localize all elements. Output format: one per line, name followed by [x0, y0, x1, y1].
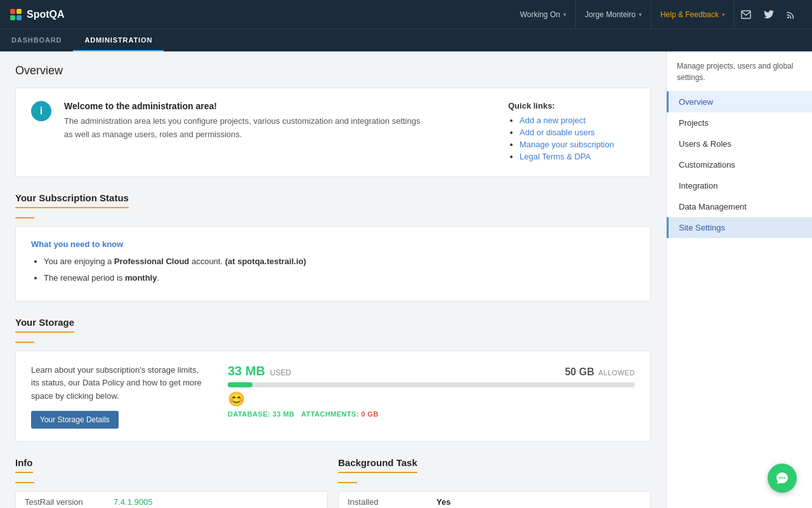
page-title: Overview — [15, 64, 651, 77]
info-section-title: Info — [15, 457, 33, 473]
list-item: The renewal period is monthly. — [44, 272, 635, 285]
svg-point-1 — [787, 17, 789, 18]
sidebar-item-projects[interactable]: Projects — [667, 112, 812, 133]
mail-icon-button[interactable] — [735, 0, 757, 29]
info-box: TestRail version 7.4.1.9005 Built on 3/7… — [15, 491, 328, 508]
info-value: 7.4.1.9005 — [105, 491, 327, 508]
section-divider — [15, 482, 34, 483]
quick-links-list: Add a new project Add or disable users M… — [508, 116, 635, 161]
subscription-box-title: What you need to know — [31, 239, 635, 249]
list-item: You are enjoying a Professional Cloud ac… — [44, 255, 635, 269]
sidebar-description: Manage projects, users and global settin… — [667, 51, 812, 91]
info-table: TestRail version 7.4.1.9005 Built on 3/7… — [16, 491, 327, 508]
sidebar-item-data-management[interactable]: Data Management — [667, 196, 812, 217]
subnav-administration[interactable]: ADMINISTRATION — [73, 29, 164, 51]
svg-point-4 — [783, 477, 785, 478]
quick-links-title: Quick links: — [508, 101, 635, 110]
storage-right: 33 MB USED 50 GB ALLOWED 😊 DATABASE: — [228, 364, 635, 418]
storage-emoji: 😊 — [228, 391, 635, 408]
bg-task-box: Installed Yes Status Idle (not locked, 0… — [338, 491, 651, 508]
working-on-button[interactable]: Working On ▾ — [511, 0, 576, 29]
section-divider — [15, 342, 34, 343]
sidebar-item-users-roles[interactable]: Users & Roles — [667, 133, 812, 154]
chevron-down-icon: ▾ — [722, 11, 725, 18]
right-sidebar: Manage projects, users and global settin… — [666, 51, 812, 508]
subnav-dashboard[interactable]: DASHBOARD — [0, 29, 73, 51]
bg-task-label: Installed — [339, 491, 428, 508]
info-label: TestRail version — [16, 491, 105, 508]
section-divider — [338, 482, 357, 483]
logo-grid-icon — [10, 9, 22, 20]
storage-detail: DATABASE: 33 MB ATTACHMENTS: 0 GB — [228, 410, 635, 418]
main-content: Overview i Welcome to the administration… — [0, 51, 666, 508]
storage-bar — [228, 382, 635, 387]
info-section: Info TestRail version 7.4.1.9005 Built o… — [15, 457, 328, 508]
sidebar-item-integration[interactable]: Integration — [667, 175, 812, 196]
quick-links: Quick links: Add a new project Add or di… — [508, 101, 635, 164]
storage-left: Learn about your subscription's storage … — [31, 364, 209, 429]
welcome-content: Welcome to the administration area! The … — [64, 101, 495, 164]
section-divider — [15, 217, 34, 218]
storage-box: Learn about your subscription's storage … — [15, 351, 651, 442]
subscription-section-title: Your Subscription Status — [15, 192, 129, 208]
app-name: SpotQA — [27, 9, 65, 20]
list-item: Add or disable users — [520, 128, 635, 137]
logo[interactable]: SpotQA — [10, 9, 65, 20]
rss-icon-button[interactable] — [780, 0, 802, 29]
storage-details-button[interactable]: Your Storage Details — [31, 411, 119, 429]
sidebar-item-overview[interactable]: Overview — [667, 91, 812, 112]
subnav: DASHBOARD ADMINISTRATION — [0, 29, 812, 51]
help-feedback-button[interactable]: Help & Feedback ▾ — [652, 0, 735, 29]
background-task-section: Background Task Installed Yes Status Idl… — [338, 457, 651, 508]
quick-link-legal[interactable]: Legal Terms & DPA — [520, 152, 591, 161]
quick-link-users[interactable]: Add or disable users — [520, 128, 595, 137]
info-bg-row: Info TestRail version 7.4.1.9005 Built o… — [15, 457, 651, 508]
topnav: SpotQA Working On ▾ Jorge Monteiro ▾ Hel… — [0, 0, 812, 29]
storage-allowed-value: 50 GB — [565, 366, 594, 377]
chevron-down-icon: ▾ — [563, 11, 566, 18]
welcome-desc: The administration area lets you configu… — [64, 115, 495, 142]
list-item: Add a new project — [520, 116, 635, 125]
info-icon: i — [31, 101, 51, 121]
subscription-list: You are enjoying a Professional Cloud ac… — [31, 255, 635, 285]
twitter-icon-button[interactable] — [757, 0, 780, 29]
storage-section: Your Storage Learn about your subscripti… — [15, 317, 651, 442]
bg-task-value: Yes — [428, 491, 650, 508]
sidebar-item-customizations[interactable]: Customizations — [667, 154, 812, 175]
list-item: Manage your subscription — [520, 140, 635, 149]
storage-allowed-area: 50 GB ALLOWED — [565, 366, 635, 378]
storage-used-area: 33 MB USED — [228, 364, 291, 378]
svg-rect-0 — [742, 11, 750, 18]
storage-bar-fill — [228, 382, 252, 387]
welcome-title: Welcome to the administration area! — [64, 101, 495, 111]
quick-link-new-project[interactable]: Add a new project — [520, 116, 586, 125]
table-row: Installed Yes — [339, 491, 650, 508]
svg-point-3 — [782, 477, 783, 478]
storage-section-title: Your Storage — [15, 317, 74, 333]
page-layout: Overview i Welcome to the administration… — [0, 51, 812, 508]
storage-used-value: 33 MB — [228, 364, 265, 378]
storage-attach-value: 0 GB — [361, 410, 378, 418]
sidebar-item-site-settings[interactable]: Site Settings — [667, 217, 812, 238]
welcome-box: i Welcome to the administration area! Th… — [15, 88, 651, 177]
chat-fab-button[interactable] — [768, 464, 797, 493]
chevron-down-icon: ▾ — [639, 11, 642, 18]
user-menu-button[interactable]: Jorge Monteiro ▾ — [576, 0, 652, 29]
testrail-version-link[interactable]: 7.4.1.9005 — [114, 497, 152, 507]
table-row: TestRail version 7.4.1.9005 — [16, 491, 327, 508]
storage-used-label: USED — [270, 368, 291, 377]
list-item: Legal Terms & DPA — [520, 152, 635, 161]
storage-allowed-label: ALLOWED — [598, 369, 635, 377]
subscription-box: What you need to know You are enjoying a… — [15, 226, 651, 302]
storage-db-value: 33 MB — [273, 410, 295, 418]
svg-point-2 — [779, 477, 780, 478]
storage-description: Learn about your subscription's storage … — [31, 364, 209, 403]
subscription-section: Your Subscription Status What you need t… — [15, 192, 651, 302]
storage-numbers: 33 MB USED 50 GB ALLOWED — [228, 364, 635, 378]
quick-link-subscription[interactable]: Manage your subscription — [520, 140, 614, 149]
bg-task-section-title: Background Task — [338, 457, 417, 473]
topnav-right: Working On ▾ Jorge Monteiro ▾ Help & Fee… — [511, 0, 802, 29]
bg-task-table: Installed Yes Status Idle (not locked, 0… — [339, 491, 650, 508]
